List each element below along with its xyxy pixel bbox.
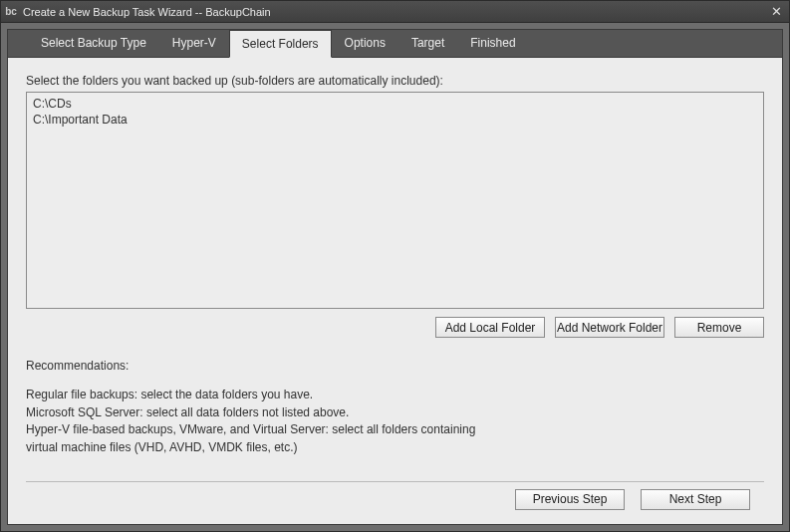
close-icon[interactable]: ✕ (767, 4, 785, 20)
wizard-footer: Previous Step Next Step (26, 481, 764, 516)
window-title: Create a New Backup Task Wizard -- Backu… (23, 6, 767, 18)
wizard-panel: Select Backup Type Hyper-V Select Folder… (7, 29, 783, 525)
tab-options[interactable]: Options (332, 29, 398, 57)
recommendation-line: Regular file backups: select the data fo… (26, 387, 764, 403)
outer-frame: Select Backup Type Hyper-V Select Folder… (1, 23, 789, 531)
add-network-folder-button[interactable]: Add Network Folder (555, 317, 664, 338)
recommendation-line: Microsoft SQL Server: select all data fo… (26, 404, 764, 421)
wizard-window: bc Create a New Backup Task Wizard -- Ba… (0, 0, 790, 532)
app-icon: bc (3, 4, 19, 20)
recommendation-line: virtual machine files (VHD, AVHD, VMDK f… (26, 439, 764, 456)
add-local-folder-button[interactable]: Add Local Folder (435, 317, 545, 338)
recommendation-line: Hyper-V file-based backups, VMware, and … (26, 421, 764, 438)
tab-finished[interactable]: Finished (457, 29, 528, 57)
remove-button[interactable]: Remove (674, 317, 764, 338)
instruction-label: Select the folders you want backed up (s… (26, 74, 764, 88)
tab-hyper-v[interactable]: Hyper-V (159, 29, 229, 57)
recommendations: Recommendations: Regular file backups: s… (26, 358, 764, 456)
next-step-button[interactable]: Next Step (641, 489, 750, 510)
list-item[interactable]: C:\CDs (31, 96, 759, 112)
tab-target[interactable]: Target (398, 29, 457, 57)
list-item[interactable]: C:\Important Data (31, 112, 759, 128)
tab-select-folders[interactable]: Select Folders (229, 30, 332, 58)
recommendations-heading: Recommendations: (26, 358, 764, 375)
content-area: Select the folders you want backed up (s… (8, 58, 782, 524)
titlebar: bc Create a New Backup Task Wizard -- Ba… (1, 1, 789, 23)
folder-list[interactable]: C:\CDs C:\Important Data (26, 92, 764, 309)
tab-select-backup-type[interactable]: Select Backup Type (28, 29, 159, 57)
folder-buttons-row: Add Local Folder Add Network Folder Remo… (26, 317, 764, 338)
tabstrip: Select Backup Type Hyper-V Select Folder… (8, 30, 782, 58)
previous-step-button[interactable]: Previous Step (515, 489, 625, 510)
